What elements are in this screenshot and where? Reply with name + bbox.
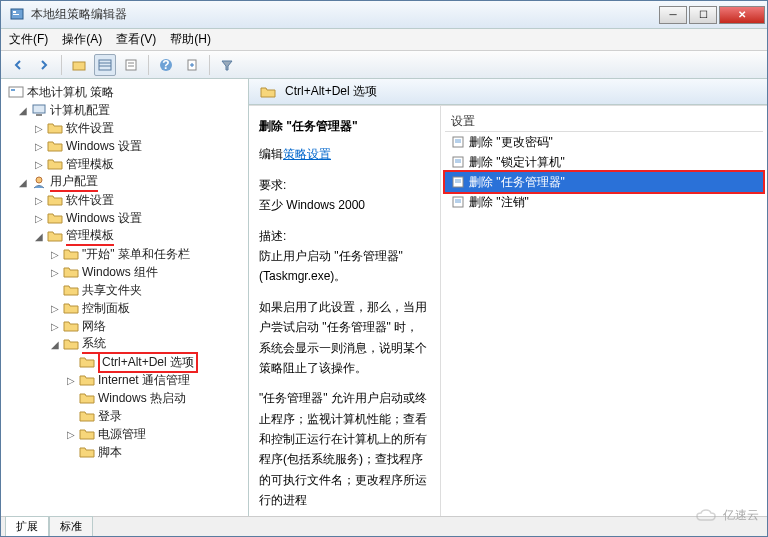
desc-p3: "任务管理器" 允许用户启动或终止程序；监视计算机性能；查看和控制正运行在计算机… [259,388,430,510]
folder-icon [79,373,95,387]
tree-item[interactable]: Windows 设置 [66,210,142,227]
svg-rect-15 [33,105,45,113]
close-button[interactable]: ✕ [719,6,765,24]
folder-icon [79,409,95,423]
list-item-label: 删除 "注销" [469,194,529,211]
setting-title: 删除 "任务管理器" [259,116,430,136]
tree-item[interactable]: Windows 设置 [66,138,142,155]
tree-root[interactable]: 本地计算机 策略 [27,84,114,101]
expand-icon[interactable]: ▷ [49,321,60,332]
maximize-button[interactable]: ☐ [689,6,717,24]
svg-rect-2 [13,14,19,15]
folder-icon [260,85,276,99]
tree-item[interactable]: Windows 热启动 [98,390,186,407]
expand-icon[interactable]: ◢ [33,231,44,242]
desc-p2: 如果启用了此设置，那么，当用户尝试启动 "任务管理器" 时，系统会显示一则消息，… [259,297,430,379]
tree-item[interactable]: 脚本 [98,444,122,461]
setting-icon [451,195,465,209]
edit-policy-link[interactable]: 策略设置 [283,147,331,161]
tab-standard[interactable]: 标准 [49,516,93,536]
description-pane: 删除 "任务管理器" 编辑策略设置 要求:至少 Windows 2000 描述:… [249,106,441,516]
tree-item[interactable]: 软件设置 [66,120,114,137]
setting-icon [451,135,465,149]
tree-panel[interactable]: 本地计算机 策略 ◢计算机配置 ▷软件设置 ▷Windows 设置 ▷管理模板 … [1,79,249,516]
expand-icon[interactable]: ▷ [49,303,60,314]
svg-point-17 [36,177,42,183]
tree-item[interactable]: Windows 组件 [82,264,158,281]
properties-button[interactable] [120,54,142,76]
breadcrumb-title: Ctrl+Alt+Del 选项 [285,83,377,100]
tree-item[interactable]: 控制面板 [82,300,130,317]
tree-user-config[interactable]: 用户配置 [50,173,98,192]
forward-button[interactable] [33,54,55,76]
breadcrumb: Ctrl+Alt+Del 选项 [249,79,767,105]
user-icon [31,175,47,189]
back-button[interactable] [7,54,29,76]
folder-icon [47,157,63,171]
expand-icon[interactable]: ▷ [33,195,44,206]
view-tabs: 扩展 标准 [1,514,93,536]
folder-icon [79,391,95,405]
filter-button[interactable] [216,54,238,76]
svg-rect-4 [99,60,111,70]
tree-admin-templates[interactable]: 管理模板 [66,227,114,246]
app-window: 本地组策略编辑器 ─ ☐ ✕ 文件(F) 操作(A) 查看(V) 帮助(H) ?… [0,0,768,537]
setting-icon [451,175,465,189]
list-item-label: 删除 "任务管理器" [469,174,565,191]
expand-icon[interactable]: ◢ [49,339,60,350]
list-item-selected[interactable]: 删除 "任务管理器" [445,172,763,192]
expand-icon[interactable]: ◢ [17,105,28,116]
tree-ctrl-alt-del[interactable]: Ctrl+Alt+Del 选项 [98,352,198,373]
tree-item[interactable]: 软件设置 [66,192,114,209]
list-item[interactable]: 删除 "更改密码" [445,132,763,152]
expand-icon[interactable]: ▷ [33,213,44,224]
folder-icon [79,427,95,441]
tree-item[interactable]: "开始" 菜单和任务栏 [82,246,190,263]
expand-icon[interactable]: ▷ [49,267,60,278]
status-bar: 4 个设置 [1,516,767,536]
settings-list[interactable]: 设置 删除 "更改密码" 删除 "锁定计算机" 删除 "任务管理器" 删除 "注… [441,106,767,516]
tree-item[interactable]: Internet 通信管理 [98,372,190,389]
list-view-button[interactable] [94,54,116,76]
menu-help[interactable]: 帮助(H) [170,31,211,48]
menu-file[interactable]: 文件(F) [9,31,48,48]
folder-icon [63,247,79,261]
list-item[interactable]: 删除 "注销" [445,192,763,212]
tree-item[interactable]: 管理模板 [66,156,114,173]
folder-icon [63,319,79,333]
svg-rect-3 [73,62,85,70]
tree-item[interactable]: 共享文件夹 [82,282,142,299]
desc-label: 描述: [259,229,286,243]
list-header[interactable]: 设置 [445,112,763,132]
tree-computer-config[interactable]: 计算机配置 [50,102,110,119]
expand-icon[interactable]: ▷ [33,123,44,134]
expand-icon[interactable]: ▷ [65,375,76,386]
menu-action[interactable]: 操作(A) [62,31,102,48]
folder-icon [47,211,63,225]
folder-icon [63,301,79,315]
edit-label: 编辑 [259,147,283,161]
expand-icon[interactable]: ▷ [33,141,44,152]
tree-item[interactable]: 登录 [98,408,122,425]
watermark-text: 亿速云 [723,507,759,524]
tree-item[interactable]: 电源管理 [98,426,146,443]
expand-icon[interactable]: ◢ [17,177,28,188]
folder-button[interactable] [68,54,90,76]
separator [148,55,149,75]
svg-rect-7 [126,60,136,70]
folder-icon [63,265,79,279]
minimize-button[interactable]: ─ [659,6,687,24]
req-label: 要求: [259,178,286,192]
export-button[interactable] [181,54,203,76]
menu-view[interactable]: 查看(V) [116,31,156,48]
expand-icon[interactable]: ▷ [49,249,60,260]
expand-icon[interactable]: ▷ [33,159,44,170]
tab-extended[interactable]: 扩展 [5,516,49,536]
expand-icon[interactable]: ▷ [65,429,76,440]
toolbar: ? [1,51,767,79]
separator [61,55,62,75]
help-button[interactable]: ? [155,54,177,76]
list-item[interactable]: 删除 "锁定计算机" [445,152,763,172]
tree-item[interactable]: 网络 [82,318,106,335]
titlebar[interactable]: 本地组策略编辑器 ─ ☐ ✕ [1,1,767,29]
